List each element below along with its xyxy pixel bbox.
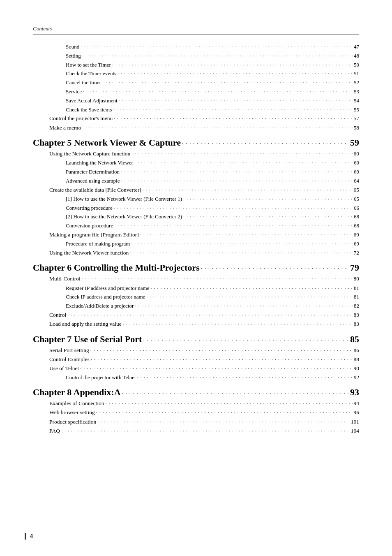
subsection-dots: · · · · · · · · · · · · · · · · · · · · … xyxy=(183,195,353,204)
subsection-dots: · · · · · · · · · · · · · · · · · · · · … xyxy=(134,159,353,167)
toc-row-8: Control the projector's menu · · · · · ·… xyxy=(33,114,359,123)
toc-row-23: Chapter 6 Controlling the Multi-Projecto… xyxy=(33,262,359,273)
toc-row-14: Advanced using example · · · · · · · · ·… xyxy=(33,176,359,185)
section-label: Web browser setting xyxy=(49,408,95,417)
subsection-page: 55 xyxy=(354,105,359,114)
toc-row-27: Exclude/Add/Delete a projector · · · · ·… xyxy=(33,301,359,310)
section-page: 72 xyxy=(354,248,360,257)
section-page: 65 xyxy=(354,185,360,195)
section-page: 101 xyxy=(351,417,359,426)
section-label: Control Examples xyxy=(49,355,90,364)
subsection-dots: · · · · · · · · · · · · · · · · · · · · … xyxy=(146,293,353,301)
toc-row-25: Register IP address and projector name ·… xyxy=(33,284,359,293)
toc-row-39: FAQ · · · · · · · · · · · · · · · · · · … xyxy=(33,426,359,436)
toc-row-20: Making a program file [Program Editor] ·… xyxy=(33,230,359,239)
subsection-label: Converting procedure xyxy=(66,204,113,212)
chapter-dots: · · · · · · · · · · · · · · · · · · · · … xyxy=(143,337,349,344)
subsection-dots: · · · · · · · · · · · · · · · · · · · · … xyxy=(113,106,353,114)
toc-row-28: Control · · · · · · · · · · · · · · · · … xyxy=(33,310,359,320)
section-page: 58 xyxy=(354,123,360,132)
subsection-label: Sound xyxy=(66,42,79,51)
page: Contents Sound · · · · · · · · · · · · ·… xyxy=(0,0,392,556)
subsection-label: [2] How to use the Network Viewer (File … xyxy=(66,212,182,221)
toc-row-24: Multi-Control · · · · · · · · · · · · · … xyxy=(33,274,359,283)
subsection-dots: · · · · · · · · · · · · · · · · · · · · … xyxy=(81,43,353,51)
section-dots: · · · · · · · · · · · · · · · · · · · · … xyxy=(140,231,353,239)
subsection-label: Check IP address and projector name xyxy=(66,292,145,301)
subsection-dots: · · · · · · · · · · · · · · · · · · · · … xyxy=(102,79,353,87)
section-dots: · · · · · · · · · · · · · · · · · · · · … xyxy=(82,124,352,132)
subsection-label: [1] How to use the Network Viewer (File … xyxy=(66,195,182,203)
toc-row-2: How to set the Timer · · · · · · · · · ·… xyxy=(33,60,359,70)
section-dots: · · · · · · · · · · · · · · · · · · · · … xyxy=(131,150,352,158)
section-dots: · · · · · · · · · · · · · · · · · · · · … xyxy=(82,275,353,283)
toc-row-17: Converting procedure · · · · · · · · · ·… xyxy=(33,204,359,213)
subsection-dots: · · · · · · · · · · · · · · · · · · · · … xyxy=(119,97,353,105)
toc-row-15: Create the available data [File Converte… xyxy=(33,185,359,195)
chapter-page: 85 xyxy=(350,334,359,345)
subsection-label: Parameter Determination xyxy=(66,167,120,176)
chapter-label: Chapter 5 Network Viewer & Capture xyxy=(33,137,181,148)
section-label: Multi-Control xyxy=(49,274,81,283)
subsection-page: 60 xyxy=(354,167,359,176)
section-label: Using the Network Capture function xyxy=(49,149,130,158)
subsection-dots: · · · · · · · · · · · · · · · · · · · · … xyxy=(131,240,353,248)
section-page: 90 xyxy=(354,364,360,373)
chapter-dots: · · · · · · · · · · · · · · · · · · · · … xyxy=(201,266,349,272)
section-dots: · · · · · · · · · · · · · · · · · · · · … xyxy=(143,186,353,195)
section-dots: · · · · · · · · · · · · · · · · · · · · … xyxy=(123,320,353,329)
toc-row-3: Check the Timer events · · · · · · · · ·… xyxy=(33,69,359,78)
section-page: 83 xyxy=(354,310,360,320)
section-dots: · · · · · · · · · · · · · · · · · · · · … xyxy=(105,400,352,408)
subsection-dots: · · · · · · · · · · · · · · · · · · · · … xyxy=(137,374,353,382)
toc-row-12: Launching the Network Viewer · · · · · ·… xyxy=(33,158,359,167)
section-label: Using the Network Viewer function xyxy=(49,248,129,257)
section-label: Load and apply the setting value xyxy=(49,320,122,329)
section-page: 86 xyxy=(354,346,360,355)
toc-row-32: Control Examples · · · · · · · · · · · ·… xyxy=(33,355,359,364)
chapter-label: Chapter 7 Use of Serial Port xyxy=(33,334,142,345)
subsection-page: 81 xyxy=(354,292,359,301)
subsection-page: 66 xyxy=(354,204,359,212)
subsection-page: 68 xyxy=(354,221,359,230)
toc-row-0: Sound · · · · · · · · · · · · · · · · · … xyxy=(33,42,359,51)
subsection-dots: · · · · · · · · · · · · · · · · · · · · … xyxy=(121,177,353,185)
section-dots: · · · · · · · · · · · · · · · · · · · · … xyxy=(97,418,349,426)
subsection-page: 47 xyxy=(354,42,359,51)
toc-row-16: [1] How to use the Network Viewer (File … xyxy=(33,195,359,204)
toc-row-26: Check IP address and projector name · · … xyxy=(33,292,359,301)
section-dots: · · · · · · · · · · · · · · · · · · · · … xyxy=(114,115,352,123)
toc-row-5: Service · · · · · · · · · · · · · · · · … xyxy=(33,87,359,96)
subsection-label: How to set the Timer xyxy=(66,60,111,69)
subsection-dots: · · · · · · · · · · · · · · · · · · · · … xyxy=(183,213,353,221)
subsection-page: 60 xyxy=(354,158,359,167)
toc-row-38: Product specification · · · · · · · · · … xyxy=(33,417,359,426)
section-page: 96 xyxy=(354,408,360,417)
toc-row-7: Check the Save items · · · · · · · · · ·… xyxy=(33,105,359,114)
subsection-page: 82 xyxy=(354,301,359,310)
section-page: 60 xyxy=(354,149,360,158)
toc-row-19: Conversion procedure · · · · · · · · · ·… xyxy=(33,221,359,230)
section-page: 69 xyxy=(354,230,360,239)
chapter-dots: · · · · · · · · · · · · · · · · · · · · … xyxy=(182,141,349,147)
toc-row-34: Control the projector with Telnet · · · … xyxy=(33,373,359,382)
section-label: FAQ xyxy=(49,426,60,436)
subsection-page: 92 xyxy=(354,373,359,382)
section-dots: · · · · · · · · · · · · · · · · · · · · … xyxy=(96,409,353,417)
toc-row-33: Use of Telnet · · · · · · · · · · · · · … xyxy=(33,364,359,373)
toc-row-30: Chapter 7 Use of Serial Port · · · · · ·… xyxy=(33,334,359,345)
subsection-label: Service xyxy=(66,87,82,96)
section-dots: · · · · · · · · · · · · · · · · · · · · … xyxy=(90,347,353,355)
subsection-dots: · · · · · · · · · · · · · · · · · · · · … xyxy=(114,204,353,213)
section-page: 83 xyxy=(354,320,360,329)
subsection-dots: · · · · · · · · · · · · · · · · · · · · … xyxy=(112,61,353,70)
section-label: Make a memo xyxy=(49,123,81,132)
subsection-label: Save Actual Adjustment xyxy=(66,96,118,105)
section-page: 94 xyxy=(354,399,360,408)
subsection-page: 52 xyxy=(354,78,359,87)
subsection-label: Launching the Network Viewer xyxy=(66,158,133,167)
toc-row-6: Save Actual Adjustment · · · · · · · · ·… xyxy=(33,96,359,105)
toc-row-13: Parameter Determination · · · · · · · · … xyxy=(33,167,359,176)
subsection-label: Register IP address and projector name xyxy=(66,284,149,292)
section-page: 80 xyxy=(354,274,360,283)
